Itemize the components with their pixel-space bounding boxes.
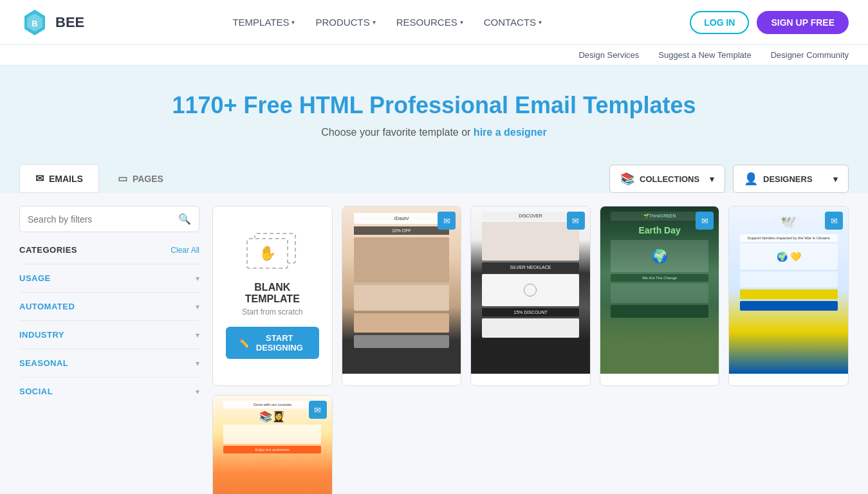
pencil-icon: ✏️ [239,338,249,348]
collections-icon: 📚 [620,172,634,186]
pages-tab-icon: ▭ [118,172,127,185]
hire-designer-link[interactable]: hire a designer [474,127,547,138]
logo-text: BEE [55,14,84,31]
collections-chevron-icon: ▾ [710,174,714,184]
template-thumbnail: /Dash/ 10% OFF [342,206,461,374]
suggest-template-link[interactable]: Suggest a New Template [658,50,751,60]
template-thumbnail: DISCOVER SILVER NECKLACE 15% DISCOUNT [471,206,590,374]
nav-products[interactable]: PRODUCTS ▾ [315,17,375,28]
search-box[interactable]: 🔍 [19,206,199,232]
header-actions: LOG IN SIGN UP FREE [690,11,849,34]
main-content: 🔍 CATEGORIES Clear All USAGE ▾ AUTOMATED… [0,193,868,494]
logo[interactable]: B BEE [19,7,84,38]
designers-chevron-icon: ▾ [833,174,838,184]
sidebar-item-social[interactable]: SOCIAL ▾ [19,377,199,405]
tabs-filters-row: ✉ EMAILS ▭ PAGES 📚 COLLECTIONS ▾ 👤 DESIG… [0,151,868,193]
email-badge: ✉ [825,212,843,230]
main-nav: TEMPLATES ▾ PRODUCTS ▾ RESOURCES ▾ CONTA… [232,17,542,28]
blank-template-card[interactable]: ✋ BLANK TEMPLATE Start from scratch ✏️ S… [212,206,333,386]
sidebar-item-usage[interactable]: USAGE ▾ [19,264,199,292]
categories-header: CATEGORIES Clear All [19,245,199,255]
search-icon[interactable]: 🔍 [178,213,191,225]
template-card[interactable]: 🕊️ Support families impacted by the War … [728,206,849,386]
email-tab-icon: ✉ [35,172,44,185]
nav-templates[interactable]: TEMPLATES ▾ [232,17,295,28]
logo-icon: B [19,7,50,38]
chevron-down-icon: ▾ [373,19,376,26]
main-header: B BEE TEMPLATES ▾ PRODUCTS ▾ RESOURCES ▾… [0,0,868,45]
svg-text:B: B [32,19,37,28]
template-card[interactable]: Grow with our courses 📚👩‍🎓 Enjoy our pro… [212,395,333,494]
clear-all-button[interactable]: Clear All [171,246,199,255]
template-card[interactable]: /Dash/ 10% OFF ✉ [342,206,462,386]
usage-chevron-icon: ▾ [196,274,199,283]
automated-chevron-icon: ▾ [196,302,199,311]
template-thumbnail: 🌱ThinkGREEN Earth Day 🌍 We Are The Chang… [600,206,719,374]
search-input[interactable] [28,214,178,224]
hero-subtitle: Choose your favorite template or hire a … [19,127,849,138]
sidebar-item-automated[interactable]: AUTOMATED ▾ [19,292,199,320]
template-card[interactable]: 🌱ThinkGREEN Earth Day 🌍 We Are The Chang… [600,206,720,386]
tab-pages[interactable]: ▭ PAGES [102,164,180,193]
template-card[interactable]: DISCOVER SILVER NECKLACE 15% DISCOUNT ✉ [470,206,591,386]
template-grid: ✋ BLANK TEMPLATE Start from scratch ✏️ S… [212,206,849,494]
sub-nav: Design Services Suggest a New Template D… [0,45,868,66]
blank-template-subtitle: Start from scratch [242,307,303,316]
designer-community-link[interactable]: Designer Community [771,50,849,60]
categories-title: CATEGORIES [19,245,77,255]
content-tabs: ✉ EMAILS ▭ PAGES [19,164,180,193]
nav-resources[interactable]: RESOURCES ▾ [396,17,463,28]
chevron-down-icon: ▾ [291,19,295,26]
filter-dropdowns: 📚 COLLECTIONS ▾ 👤 DESIGNERS ▾ [609,165,849,193]
email-badge: ✉ [309,401,327,419]
signup-button[interactable]: SIGN UP FREE [757,11,849,34]
industry-chevron-icon: ▾ [196,331,199,340]
designers-dropdown[interactable]: 👤 DESIGNERS ▾ [733,165,849,193]
chevron-down-icon: ▾ [539,19,542,26]
designers-icon: 👤 [744,172,758,186]
sidebar: 🔍 CATEGORIES Clear All USAGE ▾ AUTOMATED… [19,206,199,494]
sidebar-item-industry[interactable]: INDUSTRY ▾ [19,320,199,349]
email-badge: ✉ [567,212,585,230]
start-designing-button[interactable]: ✏️ START DESIGNING [226,327,319,359]
email-badge: ✉ [696,212,714,230]
sidebar-item-seasonal[interactable]: SEASONAL ▾ [19,349,199,377]
nav-contacts[interactable]: CONTACTS ▾ [484,17,542,28]
seasonal-chevron-icon: ▾ [196,359,199,368]
hero-section: 1170+ Free HTML Professional Email Templ… [0,66,868,151]
template-thumbnail: 🕊️ Support families impacted by the War … [729,206,848,374]
chevron-down-icon: ▾ [460,19,463,26]
login-button[interactable]: LOG IN [690,11,749,34]
tab-emails[interactable]: ✉ EMAILS [19,164,99,193]
collections-dropdown[interactable]: 📚 COLLECTIONS ▾ [609,165,725,193]
hero-title: 1170+ Free HTML Professional Email Templ… [19,91,849,119]
design-services-link[interactable]: Design Services [578,50,639,60]
blank-template-title: BLANK TEMPLATE [245,282,300,305]
social-chevron-icon: ▾ [196,387,199,396]
email-badge: ✉ [438,212,456,230]
